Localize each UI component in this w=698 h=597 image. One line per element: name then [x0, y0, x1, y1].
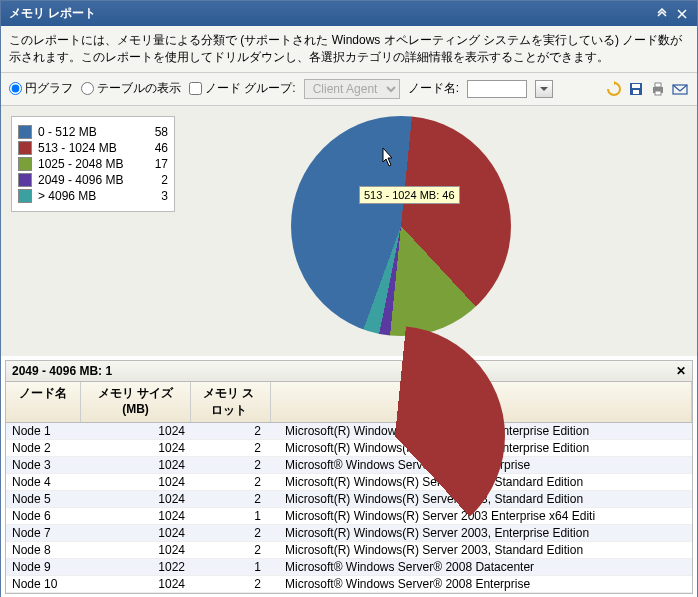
- cell-name: Node 5: [6, 491, 81, 507]
- cell-slot: 2: [191, 491, 271, 507]
- grid-title: 2049 - 4096 MB: 1: [12, 364, 112, 378]
- legend-label: > 4096 MB: [38, 189, 148, 203]
- close-icon[interactable]: [675, 7, 689, 21]
- cell-mem: 1024: [81, 457, 191, 473]
- legend-item[interactable]: 0 - 512 MB58: [18, 125, 168, 139]
- grid-close-icon[interactable]: ✕: [676, 364, 686, 378]
- cell-name: Node 6: [6, 508, 81, 524]
- legend-value: 46: [148, 141, 168, 155]
- cell-mem: 1024: [81, 542, 191, 558]
- legend: 0 - 512 MB58513 - 1024 MB461025 - 2048 M…: [11, 116, 175, 212]
- cell-name: Node 8: [6, 542, 81, 558]
- legend-swatch: [18, 173, 32, 187]
- cell-name: Node 9: [6, 559, 81, 575]
- legend-swatch: [18, 157, 32, 171]
- report-window: メモリ レポート このレポートには、メモリ量による分類で (サポートされた Wi…: [0, 0, 698, 597]
- legend-swatch: [18, 125, 32, 139]
- node-group-label: ノード グループ:: [205, 80, 296, 97]
- view-pie-input[interactable]: [9, 82, 22, 95]
- chart-area: 0 - 512 MB58513 - 1024 MB461025 - 2048 M…: [1, 106, 697, 356]
- legend-item[interactable]: 1025 - 2048 MB17: [18, 157, 168, 171]
- cell-mem: 1024: [81, 491, 191, 507]
- legend-label: 1025 - 2048 MB: [38, 157, 148, 171]
- cell-slot: 2: [191, 440, 271, 456]
- view-pie-label: 円グラフ: [25, 80, 73, 97]
- svg-rect-2: [633, 90, 639, 94]
- view-table-radio[interactable]: テーブルの表示: [81, 80, 181, 97]
- cell-os: Microsoft(R) Windows(R) Server 2003, Sta…: [271, 542, 692, 558]
- col-memory-slot[interactable]: メモリ スロット: [191, 382, 271, 422]
- legend-label: 513 - 1024 MB: [38, 141, 148, 155]
- toolbar: 円グラフ テーブルの表示 ノード グループ: Client Agent ノード名…: [1, 73, 697, 106]
- chart-tooltip: 513 - 1024 MB: 46: [359, 186, 460, 204]
- cell-os: Microsoft® Windows Server® 2008 Enterpri…: [271, 576, 692, 592]
- node-group-select[interactable]: Client Agent: [304, 79, 400, 99]
- node-name-dropdown[interactable]: [535, 80, 553, 98]
- action-icons: [605, 80, 689, 98]
- view-table-label: テーブルの表示: [97, 80, 181, 97]
- print-icon[interactable]: [649, 80, 667, 98]
- cell-mem: 1024: [81, 525, 191, 541]
- view-pie-radio[interactable]: 円グラフ: [9, 80, 73, 97]
- svg-rect-5: [655, 91, 661, 95]
- cell-mem: 1024: [81, 508, 191, 524]
- legend-label: 0 - 512 MB: [38, 125, 148, 139]
- cell-name: Node 7: [6, 525, 81, 541]
- legend-swatch: [18, 189, 32, 203]
- legend-value: 17: [148, 157, 168, 171]
- report-description: このレポートには、メモリ量による分類で (サポートされた Windows オペレ…: [1, 26, 697, 73]
- cell-name: Node 3: [6, 457, 81, 473]
- svg-rect-1: [632, 84, 640, 88]
- legend-swatch: [18, 141, 32, 155]
- cell-mem: 1022: [81, 559, 191, 575]
- cell-name: Node 2: [6, 440, 81, 456]
- legend-item[interactable]: 2049 - 4096 MB2: [18, 173, 168, 187]
- cell-name: Node 4: [6, 474, 81, 490]
- node-group-check[interactable]: [189, 82, 202, 95]
- cell-name: Node 1: [6, 423, 81, 439]
- pie-chart[interactable]: [291, 116, 511, 336]
- cell-mem: 1024: [81, 423, 191, 439]
- legend-value: 58: [148, 125, 168, 139]
- col-node-name[interactable]: ノード名: [6, 382, 81, 422]
- email-icon[interactable]: [671, 80, 689, 98]
- legend-value: 2: [148, 173, 168, 187]
- table-row[interactable]: Node 810242Microsoft(R) Windows(R) Serve…: [6, 542, 692, 559]
- cell-mem: 1024: [81, 474, 191, 490]
- view-table-input[interactable]: [81, 82, 94, 95]
- legend-item[interactable]: 513 - 1024 MB46: [18, 141, 168, 155]
- titlebar: メモリ レポート: [1, 1, 697, 26]
- cell-name: Node 10: [6, 576, 81, 592]
- legend-item[interactable]: > 4096 MB3: [18, 189, 168, 203]
- table-row[interactable]: Node 1010242Microsoft® Windows Server® 2…: [6, 576, 692, 593]
- refresh-icon[interactable]: [605, 80, 623, 98]
- collapse-icon[interactable]: [655, 7, 669, 21]
- cell-os: Microsoft® Windows Server® 2008 Datacent…: [271, 559, 692, 575]
- col-memory-size[interactable]: メモリ サイズ (MB): [81, 382, 191, 422]
- titlebar-controls: [655, 7, 689, 21]
- node-name-label: ノード名:: [408, 80, 459, 97]
- cell-slot: 2: [191, 423, 271, 439]
- window-title: メモリ レポート: [9, 5, 96, 22]
- cell-slot: 1: [191, 508, 271, 524]
- table-row[interactable]: Node 910221Microsoft® Windows Server® 20…: [6, 559, 692, 576]
- cell-slot: 1: [191, 559, 271, 575]
- cell-slot: 2: [191, 457, 271, 473]
- cell-slot: 2: [191, 525, 271, 541]
- svg-rect-4: [655, 83, 661, 87]
- cell-mem: 1024: [81, 440, 191, 456]
- node-group-checkbox[interactable]: ノード グループ:: [189, 80, 296, 97]
- cell-slot: 2: [191, 542, 271, 558]
- legend-value: 3: [148, 189, 168, 203]
- legend-label: 2049 - 4096 MB: [38, 173, 148, 187]
- cell-mem: 1024: [81, 576, 191, 592]
- node-name-input[interactable]: [467, 80, 527, 98]
- cell-slot: 2: [191, 576, 271, 592]
- save-icon[interactable]: [627, 80, 645, 98]
- cell-slot: 2: [191, 474, 271, 490]
